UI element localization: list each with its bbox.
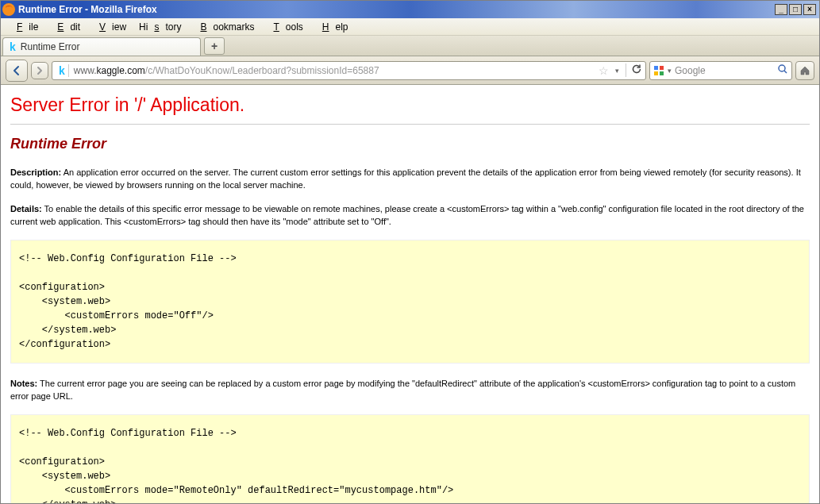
search-placeholder: Google bbox=[675, 65, 706, 76]
details-paragraph: Details: To enable the details of this s… bbox=[10, 203, 810, 229]
tab-title: Runtime Error bbox=[21, 41, 80, 52]
magnifier-icon bbox=[777, 63, 788, 75]
menu-tools[interactable]: Tools bbox=[260, 19, 309, 35]
page-content: Server Error in '/' Application. Runtime… bbox=[1, 85, 819, 503]
code-block-2: <!-- Web.Config Configuration File --> <… bbox=[10, 414, 810, 503]
description-paragraph: Description: An application error occurr… bbox=[10, 167, 810, 192]
code-block-1: <!-- Web.Config Configuration File --> <… bbox=[10, 240, 810, 364]
menu-history[interactable]: History bbox=[133, 19, 187, 35]
svg-line-6 bbox=[784, 71, 787, 73]
menu-help[interactable]: Help bbox=[310, 19, 355, 35]
tab-active[interactable]: k Runtime Error bbox=[2, 37, 201, 56]
home-icon bbox=[799, 65, 810, 76]
google-icon bbox=[653, 65, 664, 76]
reload-button[interactable] bbox=[626, 63, 642, 77]
site-favicon-icon: k bbox=[56, 64, 69, 77]
url-input[interactable]: k www.kaggle.com/c/WhatDoYouKnow/Leaderb… bbox=[52, 61, 646, 80]
search-dropdown-icon[interactable]: ▾ bbox=[668, 67, 672, 75]
search-go-button[interactable] bbox=[777, 63, 788, 77]
divider bbox=[10, 124, 810, 125]
window-title: Runtime Error - Mozilla Firefox bbox=[18, 4, 157, 15]
arrow-right-icon bbox=[35, 66, 44, 75]
notes-paragraph: Notes: The current error page you are se… bbox=[10, 378, 810, 403]
svg-rect-3 bbox=[654, 71, 658, 75]
back-button[interactable] bbox=[6, 60, 28, 82]
close-button[interactable]: × bbox=[803, 4, 816, 15]
svg-rect-2 bbox=[660, 66, 664, 70]
firefox-icon bbox=[2, 3, 15, 16]
url-dropdown-icon[interactable]: ▾ bbox=[614, 67, 621, 75]
menu-view[interactable]: View bbox=[87, 19, 133, 35]
svg-rect-4 bbox=[660, 71, 664, 75]
home-button[interactable] bbox=[795, 61, 814, 80]
tab-strip: k Runtime Error + bbox=[1, 36, 819, 56]
error-subheading: Runtime Error bbox=[10, 136, 810, 152]
window-controls: _ □ × bbox=[775, 4, 816, 15]
arrow-left-icon bbox=[10, 64, 23, 77]
kaggle-favicon-icon: k bbox=[10, 40, 16, 53]
menu-bar: File Edit View History Bookmarks Tools H… bbox=[1, 18, 819, 36]
svg-rect-1 bbox=[654, 66, 658, 70]
search-input[interactable]: ▾ Google bbox=[649, 61, 792, 80]
new-tab-button[interactable]: + bbox=[204, 37, 225, 55]
svg-point-5 bbox=[779, 65, 785, 71]
error-heading: Server Error in '/' Application. bbox=[10, 94, 810, 116]
window-titlebar: Runtime Error - Mozilla Firefox _ □ × bbox=[1, 1, 819, 18]
menu-bookmarks[interactable]: Bookmarks bbox=[187, 19, 260, 35]
minimize-button[interactable]: _ bbox=[775, 4, 787, 15]
navigation-toolbar: k www.kaggle.com/c/WhatDoYouKnow/Leaderb… bbox=[1, 56, 819, 85]
forward-button[interactable] bbox=[31, 62, 48, 79]
menu-file[interactable]: File bbox=[4, 19, 44, 35]
maximize-button[interactable]: □ bbox=[789, 4, 802, 15]
url-text: www.kaggle.com/c/WhatDoYouKnow/Leaderboa… bbox=[74, 65, 379, 76]
menu-edit[interactable]: Edit bbox=[44, 19, 87, 35]
bookmark-star-icon[interactable]: ☆ bbox=[599, 64, 609, 77]
reload-icon bbox=[631, 63, 642, 75]
